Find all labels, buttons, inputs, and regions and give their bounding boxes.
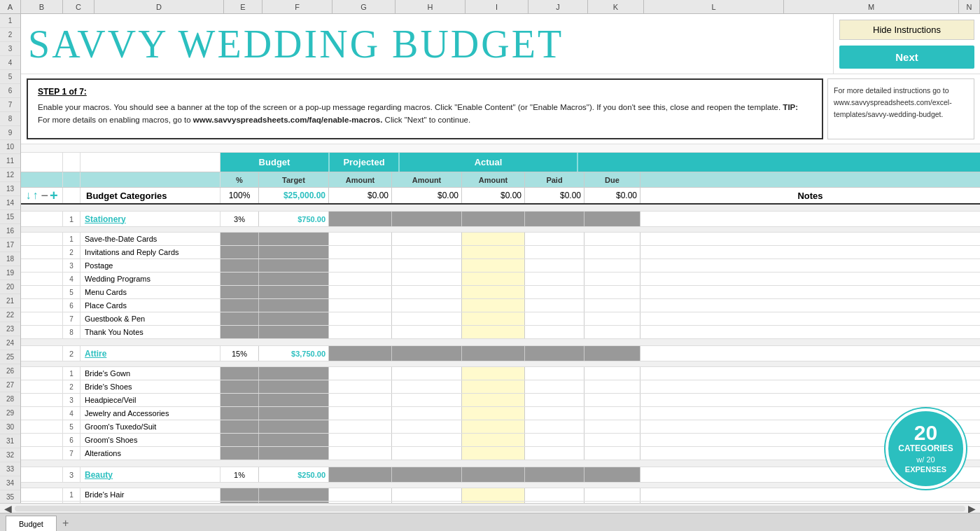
row-attire-cat: 2 Attire 15% $3,750.00 bbox=[21, 346, 980, 361]
col-J: J bbox=[528, 0, 588, 13]
right-top-panel: Hide Instructions Next bbox=[833, 14, 980, 74]
row-numbers: 1 2 3 4 5 6 7 8 9 10 11 12 13 14 15 16 1… bbox=[0, 14, 21, 503]
col-C: C bbox=[63, 0, 94, 13]
col-A: A bbox=[0, 0, 21, 13]
arrow-down-icon[interactable]: ↓ bbox=[25, 189, 31, 202]
notes-header-top bbox=[578, 153, 980, 172]
totals-amount: $0.00 bbox=[329, 188, 392, 203]
col-G: G bbox=[332, 0, 396, 13]
instr-text1: Enable your macros. You should see a ban… bbox=[38, 103, 783, 111]
column-headers: A B C D E F G H I J K L M N bbox=[0, 0, 980, 14]
row-attire-4: 4 Jewelry and Accessories bbox=[21, 407, 980, 420]
badge-num2: 20 bbox=[926, 455, 934, 464]
col-B: B bbox=[21, 0, 63, 13]
grid-header-row12: ↓ ↑ − + Budget Categories 100% $25,000.0… bbox=[21, 188, 980, 205]
beauty-pct: 1% bbox=[220, 467, 259, 482]
minus-icon[interactable]: − bbox=[41, 188, 48, 203]
more-info-box: For more detailed instructions go to www… bbox=[827, 78, 974, 139]
amount-subheader: Amount bbox=[329, 172, 392, 187]
spacer-24 bbox=[21, 339, 980, 346]
grid-header-row11: % Target Amount Amount Amount Paid Due bbox=[21, 172, 980, 188]
badge-categories: CATEGORIES bbox=[898, 443, 953, 455]
instr-url1: www.savvyspreadsheets.com/faq/enable-mac… bbox=[193, 116, 383, 124]
grid-area: Budget Projected Actual % Target Amount bbox=[21, 153, 980, 503]
row-beauty-1: 1 Bride's Hair bbox=[21, 488, 980, 502]
col-I: I bbox=[465, 0, 528, 13]
row-attire-1: 1 Bride's Gown bbox=[21, 367, 980, 380]
badge-expenses: EXPENSES bbox=[905, 464, 946, 474]
sheet-body: 1 2 3 4 5 6 7 8 9 10 11 12 13 14 15 16 1… bbox=[0, 14, 980, 503]
arrows-cell-h10 bbox=[21, 153, 63, 172]
badge: 20 CATEGORIES w/ 20 EXPENSES bbox=[886, 408, 966, 489]
spacer-15 bbox=[21, 227, 980, 233]
row-stationery-6: 6 Place Cards bbox=[21, 299, 980, 312]
stationery-item4: Wedding Programs bbox=[80, 273, 220, 285]
row-attire-6: 6 Groom's Shoes bbox=[21, 434, 980, 447]
arrow-controls: ↓ ↑ − + bbox=[21, 188, 63, 203]
stationery-pct: 3% bbox=[220, 212, 259, 226]
title-area: SAVVY WEDDING BUDGET bbox=[21, 14, 833, 74]
row-stationery-5: 5 Menu Cards bbox=[21, 286, 980, 299]
tab-bar: Budget + bbox=[0, 513, 980, 531]
col-L: L bbox=[644, 0, 784, 13]
attire-target: $3,750.00 bbox=[259, 346, 329, 361]
col-K: K bbox=[588, 0, 644, 13]
stationery-item5: Menu Cards bbox=[80, 286, 220, 298]
due-subheader: Due bbox=[584, 172, 640, 187]
col-M: M bbox=[784, 0, 959, 13]
budget-tab[interactable]: Budget bbox=[6, 516, 57, 531]
badge-w: w/ 20 bbox=[916, 455, 934, 464]
attire-label: Attire bbox=[80, 346, 220, 361]
app-title: SAVVY WEDDING BUDGET bbox=[28, 22, 564, 67]
row-attire-7: 7 Alterations bbox=[21, 447, 980, 460]
act-amount-subheader: Amount bbox=[462, 172, 525, 187]
stationery-item8: Thank You Notes bbox=[80, 326, 220, 338]
attire-pct: 15% bbox=[220, 346, 259, 361]
badge-num: 20 bbox=[914, 422, 937, 443]
row-stationery-7: 7 Guestbook & Pen bbox=[21, 312, 980, 326]
stationery-item6: Place Cards bbox=[80, 299, 220, 312]
totals-paid: $0.00 bbox=[525, 188, 584, 203]
main-content: SAVVY WEDDING BUDGET Hide Instructions N… bbox=[21, 14, 980, 503]
scroll-track bbox=[15, 506, 965, 511]
totals-due: $0.00 bbox=[584, 188, 640, 203]
col-N: N bbox=[959, 0, 980, 13]
add-sheet-button[interactable]: + bbox=[57, 516, 74, 531]
spacer-36 bbox=[21, 483, 980, 488]
spacer-34 bbox=[21, 460, 980, 467]
proj-amount-subheader: Amount bbox=[392, 172, 462, 187]
spacer-row9 bbox=[21, 144, 980, 153]
horizontal-scrollbar[interactable]: ◀ ▶ bbox=[0, 503, 980, 513]
instructions-body: Enable your macros. You should see a ban… bbox=[38, 101, 812, 127]
hide-instructions-button[interactable]: Hide Instructions bbox=[839, 20, 974, 40]
tip-label: TIP: bbox=[783, 103, 798, 111]
row-beauty-2: 2 Bride's Makeup bbox=[21, 502, 980, 503]
next-button[interactable]: Next bbox=[839, 46, 974, 69]
col-D: D bbox=[94, 0, 224, 13]
data-rows: 1 Stationery 3% $750.00 bbox=[21, 205, 980, 503]
cat-cell-h10 bbox=[80, 153, 220, 172]
stationery-label: Stationery bbox=[80, 212, 220, 226]
totals-target: $25,000.00 bbox=[259, 188, 329, 203]
stationery-item1: Save-the-Date Cards bbox=[80, 233, 220, 245]
totals-act: $0.00 bbox=[462, 188, 525, 203]
grid-header-row10: Budget Projected Actual bbox=[21, 153, 980, 172]
arrow-up-icon[interactable]: ↑ bbox=[32, 189, 38, 202]
budget-header: Budget bbox=[220, 153, 329, 172]
col-H: H bbox=[396, 0, 465, 13]
row-attire-5: 5 Groom's Tuxedo/Suit bbox=[21, 420, 980, 434]
row-stationery-1: 1 Save-the-Date Cards bbox=[21, 233, 980, 246]
target-subheader: Target bbox=[259, 172, 329, 187]
actual-header: Actual bbox=[399, 153, 578, 172]
stationery-item2: Invitations and Reply Cards bbox=[80, 246, 220, 258]
col-F: F bbox=[262, 0, 332, 13]
totals-pct: 100% bbox=[220, 188, 259, 203]
stationery-item3: Postage bbox=[80, 259, 220, 272]
step-label: STEP 1 of 7: bbox=[38, 87, 812, 97]
row-attire-2: 2 Bride's Shoes bbox=[21, 380, 980, 394]
plus-icon[interactable]: + bbox=[50, 188, 58, 204]
instructions-box: STEP 1 of 7: Enable your macros. You sho… bbox=[27, 78, 823, 139]
paid-subheader: Paid bbox=[525, 172, 584, 187]
budget-categories-label: Budget Categories bbox=[80, 188, 220, 203]
row-stationery-3: 3 Postage bbox=[21, 259, 980, 273]
